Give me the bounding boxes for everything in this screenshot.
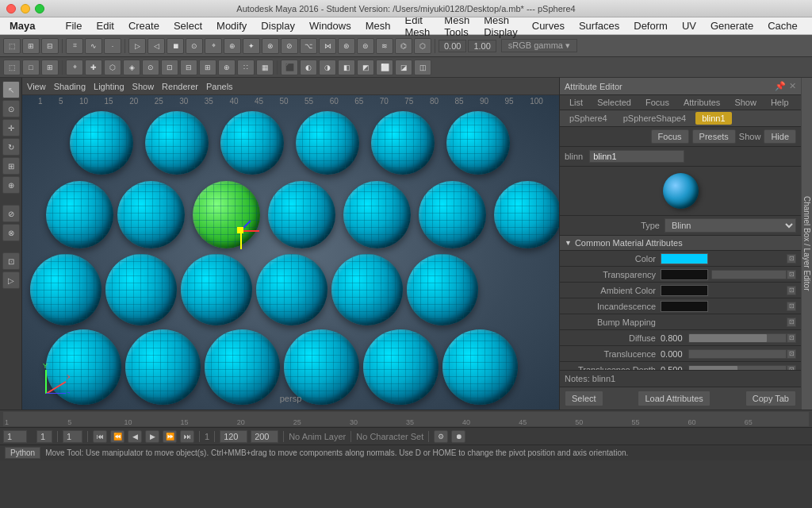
translucence-depth-slider[interactable]: [688, 365, 787, 371]
color-swatch[interactable]: [661, 253, 708, 264]
toolbar-btn-10[interactable]: ✦: [243, 38, 260, 54]
minimize-button[interactable]: [21, 4, 30, 13]
toolbar2-btn-5[interactable]: ✚: [85, 60, 102, 75]
toolbar-snap-curve[interactable]: ∿: [85, 38, 102, 54]
bump-map-btn[interactable]: ⊡: [787, 318, 796, 327]
toolbar2-btn-13[interactable]: ∷: [237, 60, 255, 75]
ae-nav-help[interactable]: Help: [766, 97, 794, 108]
menu-display[interactable]: Display: [255, 18, 301, 33]
toolbar2-btn-12[interactable]: ⊕: [218, 60, 236, 75]
channel-box-layer-editor-tab[interactable]: Channel Box / Layer Editor: [801, 78, 812, 410]
menu-modify[interactable]: Modify: [210, 18, 253, 33]
toolbar2-btn-22[interactable]: ◫: [414, 60, 431, 75]
step-fwd-btn[interactable]: ⏩: [163, 430, 177, 443]
toolbar-btn-6[interactable]: ⏹: [167, 38, 184, 54]
menu-help[interactable]: Help: [806, 18, 812, 33]
current-frame-input[interactable]: [3, 430, 27, 443]
timeline[interactable]: 1 5 10 15 20 25 30 35 40 45 50 55 60 65: [0, 410, 812, 427]
common-section-header[interactable]: ▼ Common Material Attributes: [560, 236, 801, 251]
menu-mesh[interactable]: Mesh: [359, 18, 397, 33]
toolbar-btn-18[interactable]: ⌬: [395, 38, 412, 54]
3d-scene[interactable]: 1 5 10 15 20 25 30 35 40 45 50 55 60 65 …: [22, 95, 559, 410]
toolbar-btn-19[interactable]: ⬡: [414, 38, 431, 54]
menu-curves[interactable]: Curves: [526, 18, 571, 33]
anim-prefs-btn[interactable]: ⚙: [434, 430, 448, 443]
toolbar-snap-grid[interactable]: ⌗: [66, 38, 83, 54]
menu-file[interactable]: File: [59, 18, 89, 33]
color-space[interactable]: sRGB gamma ▾: [501, 39, 577, 52]
translate-x[interactable]: 0.00: [439, 40, 466, 52]
ae-close-btn[interactable]: ✕: [789, 81, 796, 91]
diffuse-map-btn[interactable]: ⊡: [787, 333, 796, 343]
toolbar2-btn-21[interactable]: ◪: [395, 60, 412, 75]
go-to-end-btn[interactable]: ⏭: [180, 430, 194, 443]
render-tool[interactable]: ▷: [2, 271, 20, 289]
step-input[interactable]: [36, 430, 52, 443]
ambient-map-btn[interactable]: ⊡: [787, 286, 796, 295]
ae-tab-blinn1[interactable]: blinn1: [695, 112, 731, 125]
presets-button[interactable]: Presets: [692, 129, 736, 144]
toolbar2-btn-7[interactable]: ◈: [123, 60, 140, 75]
translate-y[interactable]: 1.00: [468, 40, 496, 52]
go-to-start-btn[interactable]: ⏮: [93, 430, 107, 443]
toolbar2-btn-3[interactable]: ⊞: [41, 60, 59, 75]
lasso-tool[interactable]: ⊙: [2, 100, 20, 117]
diffuse-slider[interactable]: [688, 333, 787, 343]
toolbar2-btn-16[interactable]: ◐: [300, 60, 317, 75]
toolbar2-btn-15[interactable]: ⬛: [281, 60, 298, 75]
fullscreen-button[interactable]: [35, 4, 44, 13]
toolbar-btn-11[interactable]: ⊗: [262, 38, 279, 54]
toolbar-btn-12[interactable]: ⊘: [281, 38, 298, 54]
toolbar-btn-2[interactable]: ⊞: [22, 38, 40, 54]
toolbar-btn-8[interactable]: ⌖: [205, 38, 222, 54]
universal-tool[interactable]: ⊕: [2, 176, 20, 194]
step-back-btn[interactable]: ⏪: [110, 430, 124, 443]
toolbar-btn-17[interactable]: ≋: [376, 38, 393, 54]
toolbar2-btn-2[interactable]: □: [22, 60, 40, 75]
toolbar2-btn-19[interactable]: ◩: [357, 60, 374, 75]
toolbar2-btn-17[interactable]: ◑: [319, 60, 336, 75]
autokey-btn[interactable]: ⏺: [451, 430, 465, 443]
app-name[interactable]: Maya: [3, 18, 42, 33]
timeline-ruler[interactable]: 1 5 10 15 20 25 30 35 40 45 50 55 60 65: [3, 412, 809, 426]
scale-tool[interactable]: ⊞: [2, 157, 20, 175]
toolbar-btn-15[interactable]: ⊛: [338, 38, 355, 54]
renderer-menu[interactable]: Renderer: [162, 82, 198, 91]
transparency-swatch[interactable]: [661, 269, 708, 280]
playback-start-input[interactable]: [220, 430, 247, 443]
show-menu[interactable]: Show: [132, 82, 155, 91]
toolbar2-btn-9[interactable]: ⊡: [161, 60, 178, 75]
menu-cache[interactable]: Cache: [761, 18, 804, 33]
play-fwd-btn[interactable]: ▶: [145, 430, 159, 443]
center-handle[interactable]: [237, 227, 243, 233]
ae-tab-psphere4[interactable]: pSphere4: [563, 112, 614, 125]
playback-end-input[interactable]: [251, 430, 278, 443]
toolbar2-btn-14[interactable]: ▦: [256, 60, 274, 75]
move-tool[interactable]: ✛: [2, 119, 20, 137]
lighting-menu[interactable]: Lighting: [94, 82, 124, 91]
toolbar-btn-13[interactable]: ⌥: [300, 38, 317, 54]
panels-menu[interactable]: Panels: [206, 82, 233, 91]
ae-nav-attributes[interactable]: Attributes: [679, 97, 725, 108]
ae-pin-btn[interactable]: 📌: [775, 81, 786, 91]
ae-nav-list[interactable]: List: [565, 97, 588, 108]
toolbar-btn-1[interactable]: ⬚: [3, 38, 21, 54]
toolbar2-btn-11[interactable]: ⊞: [199, 60, 216, 75]
toolbar2-btn-1[interactable]: ⬚: [3, 60, 21, 75]
ae-nav-focus[interactable]: Focus: [641, 97, 674, 108]
incandescence-map-btn[interactable]: ⊡: [787, 302, 796, 311]
toolbar-btn-7[interactable]: ⊙: [186, 38, 203, 54]
close-button[interactable]: [6, 4, 16, 13]
focus-button[interactable]: Focus: [651, 129, 689, 144]
translucence-map-btn[interactable]: ⊡: [787, 349, 796, 359]
toolbar-btn-14[interactable]: ⋈: [319, 38, 336, 54]
node-name-input[interactable]: [589, 150, 684, 163]
rotate-tool[interactable]: ↻: [2, 138, 20, 156]
menu-deform[interactable]: Deform: [627, 18, 674, 33]
menu-create[interactable]: Create: [122, 18, 166, 33]
toolbar-btn-4[interactable]: ▷: [128, 38, 146, 54]
toolbar-btn-5[interactable]: ◁: [147, 38, 165, 54]
ambient-swatch[interactable]: [661, 285, 708, 296]
sculpt-tool[interactable]: ⊗: [2, 224, 20, 241]
menu-windows[interactable]: Windows: [303, 18, 358, 33]
